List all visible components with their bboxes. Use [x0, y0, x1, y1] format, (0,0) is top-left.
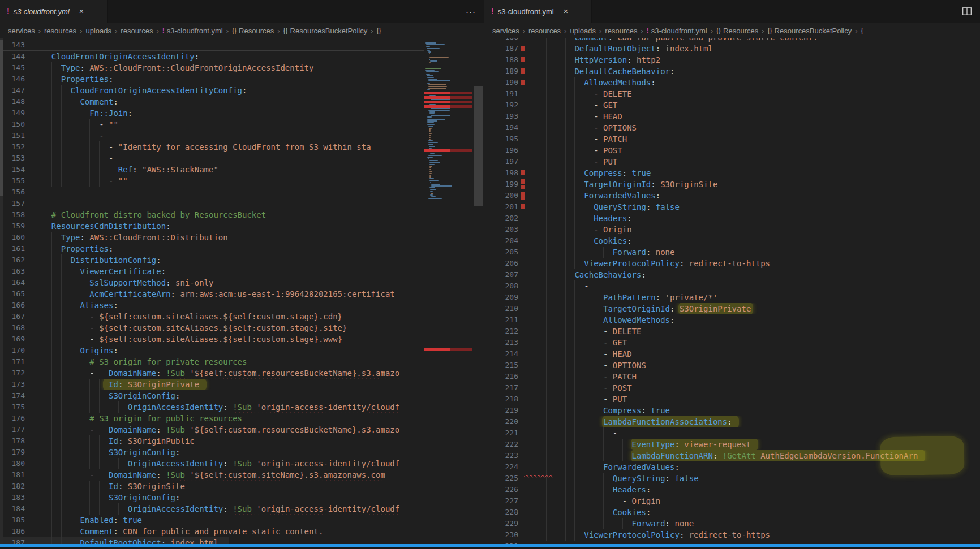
- token: Comment: [80, 97, 113, 106]
- breadcrumb-item[interactable]: {}ResourcesBucketPolicy: [283, 27, 368, 35]
- line-number: 210: [484, 303, 518, 314]
- vertical-scrollbar[interactable]: [474, 38, 484, 544]
- token: -: [536, 349, 613, 358]
- line-number: 230: [484, 529, 518, 541]
- tab-s3-cloudfront-left[interactable]: ! s3-cloudfront.yml ×: [0, 0, 108, 23]
- code-text: - GET: [532, 100, 980, 111]
- code-text: - HEAD: [532, 348, 980, 360]
- minimap[interactable]: [424, 38, 474, 544]
- glyph-margin: [518, 43, 532, 54]
- token: false: [674, 474, 698, 483]
- scroll-slider[interactable]: [0, 40, 3, 196]
- code-line: 217 - POST: [484, 382, 980, 394]
- token: -: [536, 496, 632, 505]
- line-number: 160: [0, 232, 25, 243]
- breadcrumb-item[interactable]: resources: [44, 27, 76, 35]
- line-number: 201: [484, 201, 518, 213]
- code-text: ResourcesCdnDistribution:: [37, 221, 424, 232]
- token: :: [680, 530, 689, 539]
- code-line: 158 # Cloudfront distro backed by Resour…: [0, 209, 424, 221]
- token: [536, 406, 603, 415]
- token: HEAD: [613, 349, 632, 358]
- code-line: 182 Id: S3OriginSite: [0, 481, 424, 492]
- glyph-margin: [25, 481, 37, 492]
- token: !Sub: [166, 470, 185, 479]
- breadcrumb-item[interactable]: {}: [377, 27, 384, 34]
- breadcrumb-separator: ›: [855, 27, 857, 35]
- token: :: [223, 459, 233, 468]
- breadcrumb-separator: ›: [115, 27, 117, 35]
- split-editor-icon[interactable]: [962, 6, 972, 16]
- minimap-line: [427, 48, 440, 49]
- tab-s3-cloudfront-right[interactable]: ! s3-cloudfront.yml ×: [484, 0, 592, 23]
- token: DefaultCacheBehavior: [574, 67, 670, 76]
- breadcrumb-item[interactable]: services: [8, 27, 35, 35]
- symbol-braces-icon: {: [861, 27, 863, 34]
- line-number: 205: [484, 247, 518, 258]
- breadcrumb-item[interactable]: !s3-cloudfront.yml: [162, 27, 223, 35]
- scrollbar-slider[interactable]: [474, 86, 483, 206]
- breadcrumb-item[interactable]: !s3-cloudfront.yml: [647, 27, 707, 35]
- token: Origin: [603, 225, 632, 234]
- close-icon[interactable]: ×: [564, 7, 568, 16]
- breadcrumb-item[interactable]: resources: [121, 27, 153, 35]
- glyph-margin: [25, 62, 37, 74]
- line-number: 146: [0, 74, 25, 85]
- editor-right[interactable]: 186 Comment: CDN for public and provate …: [484, 38, 980, 544]
- code-area[interactable]: 143144 CloudFrontOriginAccessIdentity:14…: [0, 38, 424, 544]
- breadcrumb-item[interactable]: uploads: [570, 27, 596, 35]
- breadcrumb-item[interactable]: {}ResourcesBucketPolicy: [768, 27, 852, 35]
- left-edge-scroll-strip[interactable]: [0, 38, 3, 544]
- minimap-line: [431, 115, 450, 116]
- breadcrumb-item[interactable]: {}Resources: [232, 27, 274, 35]
- editor-left[interactable]: 143144 CloudFrontOriginAccessIdentity:14…: [0, 38, 484, 544]
- breadcrumb-item[interactable]: resources: [528, 27, 561, 35]
- breadcrumb-item[interactable]: {: [861, 27, 866, 34]
- code-text: Comment: CDN for public and provate stat…: [532, 38, 980, 43]
- token: [536, 180, 584, 189]
- minimap-line: [427, 157, 432, 158]
- token: index.html: [171, 538, 218, 544]
- token: Headers: [613, 485, 646, 494]
- token: "": [118, 176, 128, 185]
- token: true: [651, 406, 670, 415]
- line-number: 171: [0, 356, 25, 368]
- close-icon[interactable]: ×: [79, 7, 84, 16]
- minimap-line: [429, 162, 440, 163]
- token: true: [123, 516, 142, 525]
- code-text: Id: S3OriginPublic: [37, 435, 424, 447]
- code-text: - Origin: [532, 495, 980, 507]
- code-line: 201 QueryString: false: [484, 201, 980, 213]
- breadcrumb-item[interactable]: services: [492, 27, 519, 35]
- code-text: LambdaFunctionAssociations:: [532, 416, 980, 427]
- token: OPTIONS: [603, 123, 637, 132]
- minimap-line: [429, 166, 432, 167]
- code-line: 150 - "": [0, 119, 424, 130]
- token: "": [109, 120, 118, 129]
- token: [536, 214, 594, 223]
- line-number: 216: [484, 371, 518, 382]
- breadcrumb-item[interactable]: {}Resources: [716, 27, 758, 35]
- line-number: 164: [0, 277, 25, 288]
- breadcrumb-item[interactable]: uploads: [85, 27, 111, 35]
- code-text: Properties:: [37, 243, 424, 254]
- code-text: ViewerProtocolPolicy: redirect-to-https: [532, 529, 980, 541]
- minimap-line: [427, 120, 437, 122]
- token: S3OriginConfig: [109, 448, 175, 457]
- token: -: [536, 225, 603, 234]
- minimap-line: [427, 124, 435, 125]
- more-actions-icon[interactable]: ···: [466, 7, 476, 16]
- tab-actions-left: ···: [458, 0, 484, 23]
- breadcrumb-item[interactable]: resources: [605, 27, 637, 35]
- line-number: 174: [0, 390, 25, 401]
- minimap-line: [428, 110, 450, 111]
- token: [536, 55, 574, 64]
- token: Comment: [574, 38, 608, 42]
- code-text: -: [532, 280, 980, 292]
- token: Properties: [61, 75, 109, 84]
- line-number: 217: [484, 382, 518, 394]
- glyph-margin: [25, 435, 37, 447]
- code-text: Type: AWS::CloudFront::Distribution: [37, 232, 424, 243]
- yaml-file-icon: !: [162, 27, 165, 34]
- glyph-margin: [25, 345, 37, 356]
